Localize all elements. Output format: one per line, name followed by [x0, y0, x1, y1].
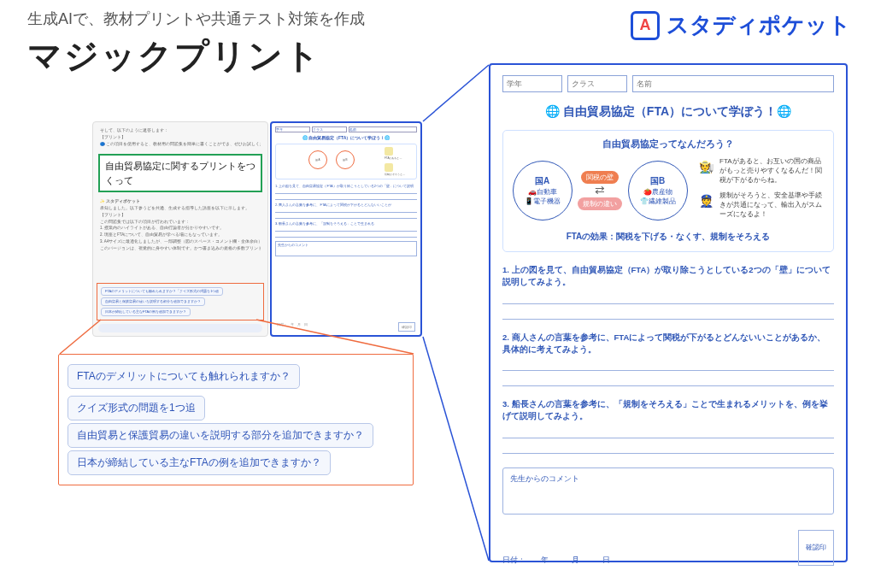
brand-logo-icon: A: [631, 11, 660, 40]
arrows-icon: ⇄: [595, 185, 605, 195]
answer-line[interactable]: [502, 309, 834, 320]
prompt-input[interactable]: 自由貿易協定に関するプリントをつくって: [98, 154, 262, 192]
chat-line: 【プリント】: [100, 135, 261, 141]
question-2: 2. 商人さんの言葉を参考に、FTAによって関税が下がるとどんないいことがあるか…: [502, 332, 834, 356]
print-title: 🌐 自由貿易協定（FTA）について学ぼう！🌐: [502, 104, 834, 120]
subtitle: 生成AIで、教材プリントや共通テスト対策を作成: [27, 9, 365, 29]
emoji-icon: [385, 163, 393, 172]
chat-line: この問題集では以下の項目が行われています：: [100, 220, 261, 226]
suggestion-box-small: FTAのデメリットについても触れられますか？「クイズ形式の問題を1つ追 自由貿易…: [97, 283, 264, 320]
answer-line[interactable]: [502, 444, 834, 454]
date-line: 日付： 年 月 日: [502, 555, 610, 566]
explain-items: 🧑‍🌾 FTAがあると、お互いの国の商品がもっと売りやすくなるんだ！関税が下がる…: [696, 157, 825, 220]
q-line: 2. 商人さんの言葉を参考に、FTAによって関税が下がるとどんないいことが: [275, 203, 417, 207]
country-b: 国B 🍅農産物 👕繊維製品: [628, 161, 688, 220]
print-preview-small: 学年 クラス 名前 🌐 自由貿易協定（FTA）について学ぼう！🌐 FTAがあると…: [270, 121, 422, 337]
country-b: 国B: [336, 150, 355, 169]
ai-name: ✨ スタディポケット: [100, 199, 261, 205]
chat-line: 2. 現座とFTAについて、自由貿易が学べる場にもなっています。: [100, 232, 261, 238]
page-title: マジックプリント: [27, 32, 365, 79]
name-field[interactable]: [632, 75, 834, 92]
header-fields: 学年 クラス 名前: [275, 126, 417, 132]
answer-line[interactable]: [502, 294, 834, 304]
chat-line: 【プリント】: [100, 213, 261, 219]
chat-line: 3. A4サイズに最適化しましたが、一部調整（図のスペース・コメント欄・全体余白…: [100, 239, 261, 245]
q-line: 3. 船長さんの言葉を参考に、「規制をそろえる」ことで生まれる: [275, 221, 417, 226]
question-1: 1. 上の図を見て、自由貿易協定（FTA）が取り除こうとしている2つの「壁」につ…: [502, 264, 834, 289]
chat-panel: そして、以下のように返答します： 【プリント】 🔵 この項目を使用すると、教材用…: [92, 121, 268, 337]
answer-line[interactable]: [502, 376, 834, 386]
diagram-panel: 自由貿易協定ってなんだろう？ 国A 🚗自動車 📱電子機器 関税の壁 ⇄ 規制の違…: [502, 130, 834, 252]
explain-text: FTAがあると、お互いの国の商品がもっと売りやすくなるんだ！関税が下がるからね。: [719, 157, 825, 185]
field: 学年: [275, 126, 310, 132]
stamp: 確認印: [398, 322, 415, 332]
merchant-icon: 🧑‍🌾: [696, 157, 715, 176]
comment-label: 先生からのコメント: [510, 474, 579, 483]
suggestion-pill[interactable]: 日本が締結している主なFTAの例を追加できますか？: [101, 308, 191, 316]
question-3: 3. 船長さんの言葉を参考に、「規制をそろえる」ことで生まれるメリットを、例を挙…: [502, 398, 834, 423]
tag-regulation: 規制の違い: [578, 197, 622, 210]
chat-input[interactable]: [98, 324, 262, 332]
preview-title: 🌐 自由貿易協定（FTA）について学ぼう！🌐: [275, 135, 417, 140]
answer-line[interactable]: [502, 428, 834, 438]
chat-line: 承知しました。以下参うどを共通、生成する指導した講座を以下に示します。: [100, 206, 261, 212]
field: 名前: [349, 126, 417, 132]
svg-line-2: [423, 65, 489, 121]
class-field[interactable]: [567, 75, 627, 92]
relation-arrows: 関税の壁 ⇄ 規制の違い: [578, 171, 622, 209]
suggestion-button[interactable]: 自由貿易と保護貿易の違いを説明する部分を追加できますか？: [68, 423, 373, 448]
print-subtitle: 自由貿易協定ってなんだろう？: [512, 138, 825, 150]
grade-field[interactable]: [502, 75, 562, 92]
suggestion-pill[interactable]: FTAのデメリットについても触れられますか？「クイズ形式の問題を1つ追: [101, 287, 223, 296]
chat-line: そして、以下のように返答します：: [100, 128, 261, 134]
chat-line: 1. 授業内のハイライトがある、自由行論者が分かりやすいです。: [100, 226, 261, 232]
chat-line: 🔵 この項目を使用すると、教材用の問題集を簡単に書くことができ、ぜひお試しくださ…: [100, 142, 261, 148]
fta-effect: FTAの効果：関税を下げる・なくす、規制をそろえる: [512, 231, 825, 243]
title-block: 生成AIで、教材プリントや共通テスト対策を作成 マジックプリント: [27, 9, 365, 79]
tag-tariff: 関税の壁: [581, 171, 619, 184]
diagram-panel: FTAがあると… 規制がそろうと… 国A 国B: [275, 144, 417, 179]
svg-line-3: [423, 337, 489, 561]
suggestion-blowup: FTAのデメリットについても触れられますか？ クイズ形式の問題を1つ追 自由貿易…: [58, 354, 414, 485]
field: クラス: [312, 126, 347, 132]
header-fields: [502, 75, 834, 92]
country-a: 国A: [308, 150, 327, 169]
suggestion-button[interactable]: 日本が締結している主なFTAの例を追加できますか？: [68, 450, 331, 475]
country-a: 国A 🚗自動車 📱電子機器: [513, 161, 573, 220]
suggestion-button[interactable]: クイズ形式の問題を1つ追: [68, 396, 205, 420]
suggestion-button[interactable]: FTAのデメリットについても触れられますか？: [68, 364, 300, 389]
chat-line: このバージョンは、視覚的に身やすい体制です。かつ書き込みの規格の多数プリントです…: [100, 246, 261, 252]
stamp-box: 確認印: [798, 530, 834, 566]
comment-label: 先生からのコメント: [278, 243, 308, 247]
date: 日付： 年 月 日: [277, 322, 308, 332]
print-preview-large: 🌐 自由貿易協定（FTA）について学ぼう！🌐 自由貿易協定ってなんだろう？ 国A…: [489, 63, 848, 562]
brand: A スタディポケット: [631, 10, 851, 40]
answer-line[interactable]: [502, 361, 834, 371]
suggestion-pill[interactable]: 自由貿易と保護貿易の違いを説明する部分を追加できますか？: [101, 297, 205, 306]
brand-name: スタディポケット: [667, 10, 851, 40]
q-line: 1. 上の図を見て、自由貿易協定（FTA）が取り除こうとしている2つの「壁」につ…: [275, 184, 417, 188]
captain-icon: 👮: [696, 191, 715, 210]
emoji-icon: [385, 147, 393, 156]
teacher-comment[interactable]: 先生からのコメント: [502, 467, 834, 514]
explain-text: 規制がそろうと、安全基準や手続きが共通になって、輸出入がスムーズになるよ！: [719, 191, 825, 219]
